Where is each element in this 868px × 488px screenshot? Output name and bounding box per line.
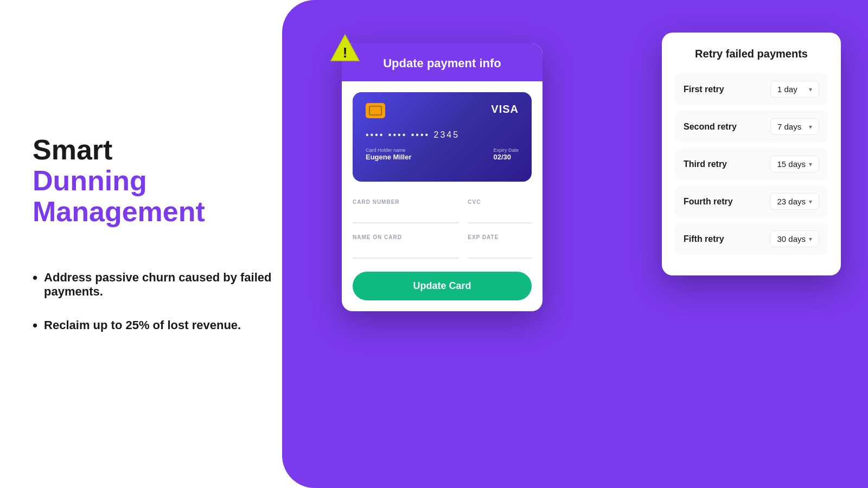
cvc-label: CVC	[468, 199, 532, 205]
retry-value-4: 23 days	[777, 197, 806, 206]
payment-form-header: Update payment info	[342, 43, 542, 81]
headline-management: Management	[33, 196, 293, 227]
warning-icon: !	[330, 33, 360, 63]
retry-value-1: 1 day	[777, 85, 797, 94]
form-row-2: NAME ON CARD EXP DATE	[353, 234, 532, 259]
retry-label-3: Third retry	[684, 159, 727, 169]
bullet-list: Address passive churn caused by failed p…	[33, 271, 293, 354]
retry-select-5[interactable]: 30 days ▾	[770, 230, 819, 247]
exp-date-field: EXP DATE	[468, 234, 532, 259]
exp-date-input[interactable]	[468, 243, 532, 259]
card-number-field: CARD NUMBER	[353, 199, 459, 223]
exp-date-label: EXP DATE	[468, 234, 532, 240]
credit-card: VISA •••• •••• •••• 2345 Card Holder nam…	[353, 92, 532, 182]
retry-row-4: Fourth retry 23 days ▾	[675, 185, 828, 217]
card-number-label: CARD NUMBER	[353, 199, 459, 205]
card-number-display: •••• •••• •••• 2345	[366, 130, 519, 140]
name-on-card-field: NAME ON CARD	[353, 234, 459, 259]
name-on-card-label: NAME ON CARD	[353, 234, 459, 240]
cvc-field: CVC	[468, 199, 532, 223]
retry-row-1: First retry 1 day ▾	[675, 73, 828, 105]
card-info-row: Card Holder name Eugene Miller Expiry Da…	[366, 147, 519, 161]
retry-label-5: Fifth retry	[684, 234, 724, 244]
chevron-down-icon-4: ▾	[809, 198, 812, 206]
card-number-input[interactable]	[353, 208, 459, 223]
update-card-button[interactable]: Update Card	[353, 272, 532, 300]
card-expiry-value: 02/30	[493, 153, 519, 161]
form-body: CARD NUMBER CVC NAME ON CARD EXP DATE	[342, 190, 542, 311]
headline-smart: Smart	[33, 134, 293, 165]
retry-value-5: 30 days	[777, 234, 806, 243]
retry-select-1[interactable]: 1 day ▾	[770, 81, 819, 98]
card-brand: VISA	[491, 103, 519, 115]
retry-select-4[interactable]: 23 days ▾	[770, 193, 819, 210]
retry-label-2: Second retry	[684, 122, 737, 132]
card-holder-label: Card Holder name	[366, 147, 412, 153]
svg-text:!: !	[343, 44, 348, 61]
card-expiry-block: Expiry Date 02/30	[493, 147, 519, 161]
retry-panel-title: Retry failed payments	[675, 48, 828, 60]
name-on-card-input[interactable]	[353, 243, 459, 259]
retry-select-3[interactable]: 15 days ▾	[770, 156, 819, 172]
chevron-down-icon-2: ▾	[809, 123, 812, 131]
payment-form-card: Update payment info VISA •••• •••• •••• …	[342, 43, 542, 311]
warning-container: !	[330, 33, 360, 65]
retry-row-5: Fifth retry 30 days ▾	[675, 223, 828, 255]
retry-row-3: Third retry 15 days ▾	[675, 148, 828, 180]
retry-row-2: Second retry 7 days ▾	[675, 111, 828, 143]
cvc-input[interactable]	[468, 208, 532, 223]
right-panel: ! Update payment info VISA •••• •••• •••…	[282, 0, 868, 488]
card-chip	[366, 103, 385, 118]
left-panel: Smart Dunning Management Address passive…	[33, 0, 293, 488]
retry-select-2[interactable]: 7 days ▾	[770, 118, 819, 135]
headline-block: Smart Dunning Management	[33, 134, 293, 228]
chevron-down-icon-5: ▾	[809, 235, 812, 243]
card-holder-block: Card Holder name Eugene Miller	[366, 147, 412, 161]
retry-label-1: First retry	[684, 85, 724, 94]
card-holder-value: Eugene Miller	[366, 153, 412, 161]
bullet-item-1: Address passive churn caused by failed p…	[33, 271, 293, 299]
retry-value-3: 15 days	[777, 159, 806, 169]
chevron-down-icon-1: ▾	[809, 86, 812, 93]
card-expiry-label: Expiry Date	[493, 147, 519, 153]
bullet-item-2: Reclaim up to 25% of lost revenue.	[33, 318, 293, 334]
retry-value-2: 7 days	[777, 122, 801, 131]
form-row-1: CARD NUMBER CVC	[353, 199, 532, 223]
payment-form-title: Update payment info	[357, 56, 527, 70]
chevron-down-icon-3: ▾	[809, 160, 812, 168]
headline-dunning: Dunning	[33, 165, 293, 196]
retry-label-4: Fourth retry	[684, 197, 733, 207]
retry-panel: Retry failed payments First retry 1 day …	[662, 33, 841, 275]
